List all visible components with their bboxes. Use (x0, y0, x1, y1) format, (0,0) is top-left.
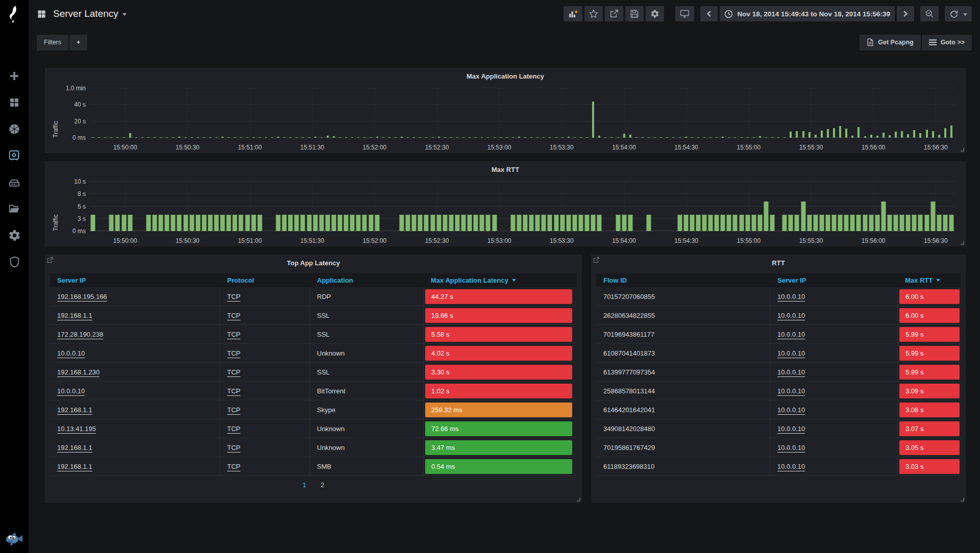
panel-resize-handle[interactable] (961, 241, 964, 245)
time-back-button[interactable] (700, 6, 718, 21)
protocol-link[interactable]: TCP (227, 331, 240, 338)
column-header[interactable]: Max RTT (898, 276, 961, 284)
refresh-dropdown-caret[interactable] (963, 13, 967, 16)
page-number-1[interactable]: 1 (303, 481, 306, 489)
server-ip-link[interactable]: 10.0.0.10 (57, 387, 85, 395)
chart-bar (462, 137, 464, 138)
sidebar-item-add[interactable] (8, 69, 21, 83)
protocol-link[interactable]: TCP (227, 312, 240, 319)
server-ip-link[interactable]: 10.0.0.10 (777, 293, 805, 300)
server-ip-link[interactable]: 192.168.1.1 (57, 312, 92, 319)
sidebar-item-storage[interactable] (8, 175, 21, 189)
gridline (90, 104, 954, 105)
chart-bar (833, 128, 835, 138)
server-ip-link[interactable]: 10.13.41.195 (57, 425, 96, 433)
table-header-row: Flow IDServer IPMax RTT (596, 273, 961, 287)
chart-bar (362, 215, 367, 231)
table-row: 6139977709735410.0.0.105.99 s (596, 363, 961, 382)
sidebar-item-security[interactable] (8, 255, 21, 268)
server-ip-link[interactable]: 10.0.0.10 (777, 387, 805, 395)
panel-title[interactable]: Top App Latency (45, 255, 582, 270)
panel-resize-handle[interactable] (577, 498, 580, 501)
server-ip-link[interactable]: 10.0.0.10 (57, 349, 85, 357)
external-link-icon[interactable] (593, 257, 600, 263)
protocol-link[interactable]: TCP (227, 368, 240, 376)
chart-bar (202, 215, 206, 231)
max-rtt-chart[interactable]: Traffic 0 ms3 s5 s8 s10 s 15:50:0015:50:… (45, 177, 966, 246)
time-forward-button[interactable] (897, 6, 914, 21)
fish-logo-icon[interactable] (5, 531, 24, 547)
sidebar-item-settings[interactable] (8, 229, 21, 242)
protocol-link[interactable]: TCP (227, 293, 240, 300)
column-header[interactable]: Max Application Latency (424, 276, 577, 284)
column-header[interactable]: Server IP (50, 276, 220, 284)
table-row: 6108704140187310.0.0.105.99 s (596, 344, 961, 363)
chart-bar (568, 137, 570, 138)
server-ip-link[interactable]: 192.168.1.1 (57, 444, 92, 451)
server-ip-link[interactable]: 192.168.195.166 (57, 293, 107, 300)
sidebar-item-shutter[interactable] (8, 122, 21, 136)
chart-bar (815, 135, 817, 138)
add-panel-button[interactable] (564, 6, 582, 21)
column-header[interactable]: Server IP (770, 276, 898, 284)
max-application-latency-chart[interactable]: Traffic 0 ms20 s40 s1.0 min 15:50:0015:5… (45, 83, 966, 153)
grafana-flame-logo-icon[interactable] (7, 5, 22, 23)
server-ip-link[interactable]: 10.0.0.10 (777, 406, 805, 414)
filters-button[interactable]: Filters (37, 35, 68, 51)
server-ip-link[interactable]: 192.168.1.230 (57, 368, 100, 376)
goto-button[interactable]: Goto >> (922, 35, 972, 51)
chart-bar (153, 215, 157, 231)
server-ip-link[interactable]: 10.0.0.10 (777, 349, 805, 357)
server-ip-link[interactable]: 10.0.0.10 (777, 312, 805, 319)
plot-area[interactable] (90, 88, 954, 138)
time-range-button[interactable]: Nov 18, 2014 15:49:43 to Nov 18, 2014 15… (720, 6, 895, 21)
refresh-button[interactable] (945, 6, 972, 21)
panel-resize-handle[interactable] (961, 148, 964, 152)
protocol-link[interactable]: TCP (227, 406, 240, 414)
panel-resize-handle[interactable] (961, 498, 964, 501)
chart-bar (881, 202, 886, 231)
protocol-link[interactable]: TCP (227, 387, 240, 395)
server-ip-link[interactable]: 192.168.1.1 (57, 463, 92, 470)
zoom-out-button[interactable] (920, 6, 939, 21)
server-ip-link[interactable]: 10.0.0.10 (777, 444, 805, 451)
column-header[interactable]: Application (310, 276, 424, 284)
chart-bar (247, 137, 249, 138)
server-ip-link[interactable]: 10.0.0.10 (777, 463, 805, 470)
server-ip-link[interactable]: 10.0.0.10 (777, 331, 805, 338)
panel-title[interactable]: Max Application Latency (45, 68, 966, 83)
panel-title[interactable]: RTT (591, 255, 966, 270)
dashboard-title-group[interactable]: Server Latency (37, 8, 127, 19)
column-header[interactable]: Flow ID (596, 276, 770, 284)
server-ip-link[interactable]: 10.0.0.10 (777, 425, 805, 433)
protocol-link[interactable]: TCP (227, 463, 240, 470)
sidebar-item-files[interactable] (8, 202, 21, 215)
sidebar-item-vault[interactable] (8, 149, 21, 162)
settings-button[interactable] (646, 6, 664, 21)
column-header[interactable]: Protocol (220, 276, 310, 284)
external-link-icon[interactable] (47, 257, 54, 263)
chart-bar (430, 215, 435, 231)
protocol-link[interactable]: TCP (227, 444, 240, 451)
get-pcapng-button[interactable]: Get Pcapng (860, 35, 920, 51)
protocol-link[interactable]: TCP (227, 349, 240, 357)
cell-text: BitTorrent (317, 387, 346, 395)
star-button[interactable] (584, 6, 603, 21)
panel-title[interactable]: Max RTT (45, 161, 966, 177)
plot-area[interactable] (90, 182, 954, 231)
server-ip-link[interactable]: 172.28.190.238 (57, 331, 103, 338)
share-button[interactable] (605, 6, 623, 21)
save-button[interactable] (625, 6, 644, 21)
chart-bar (228, 137, 230, 138)
protocol-link[interactable]: TCP (227, 425, 240, 433)
x-tick-label: 15:55:30 (799, 237, 823, 244)
page-number-2[interactable]: 2 (321, 481, 324, 489)
chart-bar (677, 215, 682, 231)
x-tick-label: 15:50:00 (113, 237, 137, 244)
cell-text: SSL (317, 331, 330, 338)
server-ip-link[interactable]: 192.168.1.1 (57, 406, 92, 414)
sidebar-item-dashboards[interactable] (8, 96, 21, 109)
cycle-view-button[interactable] (675, 6, 694, 21)
add-filter-button[interactable]: + (69, 35, 87, 51)
server-ip-link[interactable]: 10.0.0.10 (777, 368, 805, 376)
